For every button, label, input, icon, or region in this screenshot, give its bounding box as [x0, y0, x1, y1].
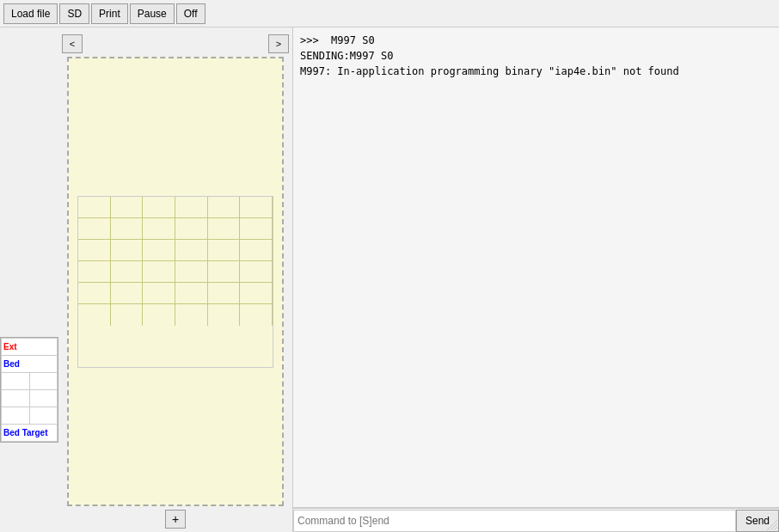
- nav-right-button[interactable]: >: [268, 34, 289, 53]
- side-info-panel: Ext Bed Bed Target: [0, 337, 58, 443]
- grid-cell: [208, 261, 241, 282]
- sd-button[interactable]: SD: [59, 3, 89, 24]
- grid-cell: [208, 218, 241, 239]
- print-button[interactable]: Print: [91, 3, 128, 24]
- console-panel: >>> M997 S0 SENDING:M997 S0 M997: In-app…: [292, 28, 779, 532]
- grid-cell: [143, 218, 175, 239]
- grid-cell: [208, 283, 241, 303]
- grid-cell: [78, 197, 111, 217]
- grid-cell: [143, 283, 175, 303]
- grid-cell: [78, 283, 111, 303]
- grid-cell: [175, 197, 208, 217]
- side-info-cell-3: [2, 390, 30, 407]
- resize-handle: [767, 520, 777, 530]
- grid-cell: [208, 304, 241, 326]
- ext-label: Ext: [2, 339, 58, 356]
- add-tab-button[interactable]: +: [165, 510, 186, 529]
- side-info-cell-4: [29, 390, 58, 407]
- command-input[interactable]: [293, 510, 736, 532]
- grid-row: [78, 218, 273, 240]
- side-info-cell-5: [2, 407, 30, 425]
- grid-row: [78, 197, 273, 218]
- grid-cell: [240, 304, 273, 326]
- grid-cell: [240, 197, 273, 217]
- grid-cell: [240, 218, 273, 239]
- grid-cell: [111, 283, 144, 303]
- left-panel: Ext Bed Bed Target: [0, 28, 292, 532]
- grid-cell: [78, 218, 111, 239]
- grid-cell: [175, 240, 208, 260]
- grid-cell: [175, 218, 208, 239]
- grid-cell: [78, 261, 111, 282]
- grid-cell: [208, 240, 241, 260]
- grid-cell: [143, 197, 175, 217]
- grid-cell: [240, 261, 273, 282]
- grid-row: [78, 261, 273, 283]
- grid-cell: [111, 240, 144, 260]
- grid-cell: [240, 283, 273, 303]
- grid-cell: [175, 283, 208, 303]
- grid-cell: [111, 218, 144, 239]
- console-line-2: SENDING:M997 S0: [300, 48, 772, 64]
- side-info-cell-1: [2, 373, 30, 390]
- grid-cell: [111, 197, 144, 217]
- off-button[interactable]: Off: [176, 3, 205, 24]
- grid-row: [78, 240, 273, 261]
- grid-cell: [78, 240, 111, 260]
- grid-cell: [208, 197, 241, 217]
- grid-cell: [240, 240, 273, 260]
- console-input-row: Send: [293, 508, 779, 532]
- grid-container: [77, 196, 273, 368]
- console-line-3: M997: In-application programming binary …: [300, 64, 772, 79]
- pause-button[interactable]: Pause: [130, 3, 175, 24]
- grid-cell: [175, 304, 208, 326]
- bed-target-label: Bed Target: [2, 425, 58, 442]
- nav-left-button[interactable]: <: [62, 34, 83, 53]
- bed-label: Bed: [2, 356, 58, 373]
- side-info-cell-6: [29, 407, 58, 425]
- grid-row: [78, 304, 273, 326]
- print-canvas: [67, 57, 284, 506]
- toolbar: Load file SD Print Pause Off: [0, 0, 779, 28]
- load-file-button[interactable]: Load file: [3, 3, 58, 24]
- console-output: >>> M997 S0 SENDING:M997 S0 M997: In-app…: [293, 28, 779, 508]
- svg-line-1: [770, 523, 777, 530]
- grid-cell: [111, 261, 144, 282]
- grid-cell: [143, 240, 175, 260]
- grid-row: [78, 283, 273, 304]
- grid-cell: [175, 261, 208, 282]
- grid-cell: [143, 261, 175, 282]
- side-info-cell-2: [29, 373, 58, 390]
- main-area: Ext Bed Bed Target: [0, 28, 779, 532]
- grid-cell: [111, 304, 144, 326]
- grid-cell: [143, 304, 175, 326]
- svg-line-2: [774, 527, 777, 530]
- grid-cell: [78, 304, 111, 326]
- console-line-1: >>> M997 S0: [300, 33, 772, 48]
